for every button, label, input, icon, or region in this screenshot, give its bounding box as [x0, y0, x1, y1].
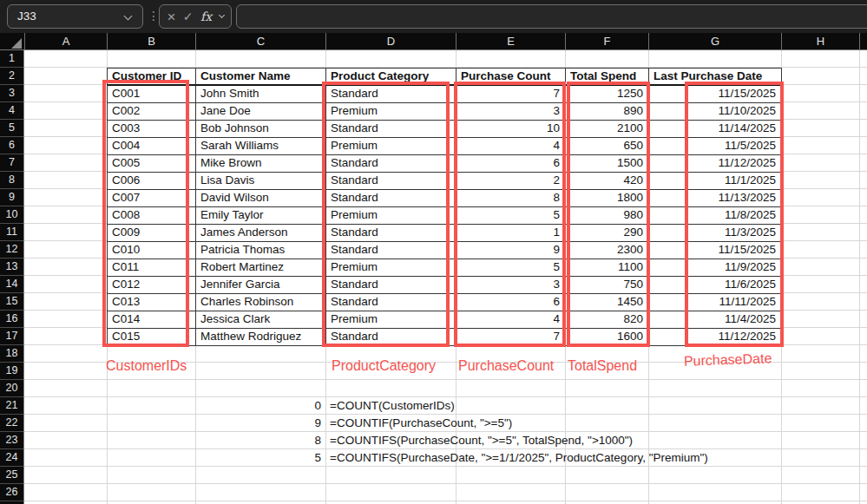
row-header-16[interactable]: 16: [0, 311, 23, 328]
header-customer-id[interactable]: Customer ID: [108, 69, 196, 86]
row-header-8[interactable]: 8: [0, 172, 23, 189]
cell-total-spend[interactable]: 1450: [566, 294, 649, 311]
cell-customer-id[interactable]: C005: [108, 155, 196, 173]
cell-purchase-count[interactable]: 10: [456, 121, 566, 138]
header-customer-name[interactable]: Customer Name: [196, 69, 326, 86]
cell-last-purchase-date[interactable]: 11/1/2025: [649, 173, 782, 190]
header-last-purchase-date[interactable]: Last Purchase Date: [649, 69, 782, 86]
chevron-down-icon[interactable]: [124, 12, 133, 21]
insert-function-icon[interactable]: fx: [200, 10, 212, 23]
cell-customer-id[interactable]: C014: [108, 311, 196, 329]
cell-product-category[interactable]: Standard: [326, 277, 456, 294]
cell-total-spend[interactable]: 750: [566, 277, 649, 294]
row-header-9[interactable]: 9: [0, 189, 23, 206]
cell-last-purchase-date[interactable]: 11/9/2025: [649, 259, 782, 277]
cell-product-category[interactable]: Standard: [326, 173, 456, 190]
row-header-5[interactable]: 5: [0, 120, 23, 137]
row-header-14[interactable]: 14: [0, 276, 23, 293]
row-header-10[interactable]: 10: [0, 206, 23, 224]
cell-total-spend[interactable]: 820: [566, 311, 649, 329]
count-formula-text[interactable]: =COUNT(CustomerIDs): [330, 397, 455, 415]
row-header-7[interactable]: 7: [0, 154, 23, 172]
cell-purchase-count[interactable]: 7: [456, 329, 566, 346]
header-purchase-count[interactable]: Purchase Count: [456, 69, 566, 86]
column-header-g[interactable]: G: [648, 33, 781, 50]
row-header-26[interactable]: 26: [0, 484, 23, 501]
column-header-e[interactable]: E: [456, 33, 565, 50]
cell-total-spend[interactable]: 650: [566, 138, 649, 155]
cell-total-spend[interactable]: 1100: [566, 259, 649, 277]
cell-total-spend[interactable]: 1600: [566, 329, 649, 346]
cell-last-purchase-date[interactable]: 11/15/2025: [649, 86, 782, 103]
cell-customer-id[interactable]: C007: [108, 190, 196, 207]
cell-last-purchase-date[interactable]: 11/5/2025: [649, 138, 782, 155]
cell-product-category[interactable]: Standard: [326, 121, 456, 138]
row-header-12[interactable]: 12: [0, 241, 23, 259]
cell-customer-id[interactable]: C002: [108, 103, 196, 121]
name-box[interactable]: J33: [7, 4, 143, 29]
chevron-down-icon[interactable]: [218, 12, 224, 18]
cell-customer-name[interactable]: John Smith: [196, 86, 326, 103]
cell-product-category[interactable]: Standard: [326, 294, 456, 311]
cell-product-category[interactable]: Standard: [326, 225, 456, 242]
cell-product-category[interactable]: Standard: [326, 190, 456, 207]
select-all-button[interactable]: [0, 33, 24, 50]
cell-total-spend[interactable]: 1500: [566, 155, 649, 173]
cell-purchase-count[interactable]: 6: [456, 155, 566, 173]
countif-formula-text[interactable]: =COUNTIF(PurchaseCount, ">=5"): [330, 415, 512, 432]
cell-customer-id[interactable]: C004: [108, 138, 196, 155]
row-header-6[interactable]: 6: [0, 137, 23, 154]
cell-product-category[interactable]: Premium: [326, 138, 456, 155]
cell-last-purchase-date[interactable]: 11/15/2025: [649, 242, 782, 259]
cell-product-category[interactable]: Premium: [326, 207, 456, 225]
row-header-3[interactable]: 3: [0, 85, 23, 102]
countif-result-cell[interactable]: 9: [195, 415, 321, 432]
row-header-24[interactable]: 24: [0, 449, 23, 467]
count-result-cell[interactable]: 0: [195, 397, 321, 415]
cell-purchase-count[interactable]: 9: [456, 242, 566, 259]
cell-last-purchase-date[interactable]: 11/3/2025: [649, 225, 782, 242]
column-header-c[interactable]: C: [195, 33, 325, 50]
cell-customer-name[interactable]: Bob Johnson: [196, 121, 326, 138]
cell-customer-name[interactable]: Sarah Williams: [196, 138, 326, 155]
cell-product-category[interactable]: Premium: [326, 259, 456, 277]
row-header-23[interactable]: 23: [0, 432, 23, 449]
cell-customer-id[interactable]: C001: [108, 86, 196, 103]
cell-customer-name[interactable]: Matthew Rodriguez: [196, 329, 326, 346]
cell-customer-name[interactable]: Emily Taylor: [196, 207, 326, 225]
row-header-17[interactable]: 17: [0, 328, 23, 345]
cell-last-purchase-date[interactable]: 11/12/2025: [649, 155, 782, 173]
countifs-result-cell[interactable]: 8: [195, 432, 321, 449]
header-product-category[interactable]: Product Category: [326, 69, 456, 86]
cell-product-category[interactable]: Premium: [326, 311, 456, 329]
column-header-b[interactable]: B: [107, 33, 195, 50]
column-header-a[interactable]: A: [24, 33, 107, 50]
countifs-formula-text[interactable]: =COUNTIFS(PurchaseCount, ">=5", TotalSpe…: [330, 432, 633, 449]
row-header-20[interactable]: 20: [0, 380, 23, 397]
cell-last-purchase-date[interactable]: 11/10/2025: [649, 103, 782, 121]
cell-customer-name[interactable]: Robert Martinez: [196, 259, 326, 277]
cell-customer-name[interactable]: David Wilson: [196, 190, 326, 207]
cell-customer-id[interactable]: C013: [108, 294, 196, 311]
column-header-f[interactable]: F: [565, 33, 648, 50]
cell-purchase-count[interactable]: 5: [456, 259, 566, 277]
row-header-22[interactable]: 22: [0, 415, 23, 432]
cell-customer-id[interactable]: C008: [108, 207, 196, 225]
cell-last-purchase-date[interactable]: 11/12/2025: [649, 329, 782, 346]
cell-last-purchase-date[interactable]: 11/6/2025: [649, 277, 782, 294]
column-header-d[interactable]: D: [325, 33, 456, 50]
cell-product-category[interactable]: Standard: [326, 86, 456, 103]
formula-input[interactable]: [236, 4, 867, 29]
column-header-partial[interactable]: [859, 33, 867, 50]
column-header-h[interactable]: H: [781, 33, 859, 50]
cell-last-purchase-date[interactable]: 11/14/2025: [649, 121, 782, 138]
cell-product-category[interactable]: Standard: [326, 242, 456, 259]
row-header-2[interactable]: 2: [0, 68, 23, 85]
cell-customer-name[interactable]: Lisa Davis: [196, 173, 326, 190]
row-header-1[interactable]: 1: [0, 50, 23, 68]
cancel-entry-icon[interactable]: ×: [167, 10, 175, 24]
row-header-18[interactable]: 18: [0, 345, 23, 363]
countifs2-result-cell[interactable]: 5: [195, 449, 321, 467]
cell-total-spend[interactable]: 290: [566, 225, 649, 242]
cell-purchase-count[interactable]: 4: [456, 138, 566, 155]
